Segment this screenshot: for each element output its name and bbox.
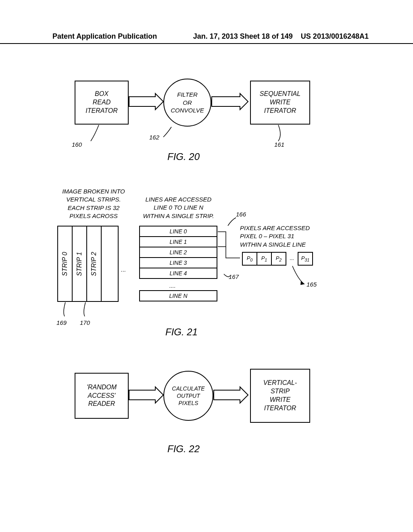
svg-marker-3 (129, 387, 163, 403)
fig20-box-read-iterator: BOX READ ITERATOR (75, 81, 129, 125)
ref-167: 167 (229, 273, 239, 280)
ref-170: 170 (80, 319, 90, 326)
line-2: LINE 2 (140, 247, 217, 258)
fig21-strips: STRIP 0 STRIP 1 STRIP 2 (57, 226, 119, 302)
lines-dots: .... (169, 282, 176, 290)
ref-160: 160 (72, 141, 82, 148)
fig22-box2-text: VERTICAL- STRIP WRITE ITERATOR (263, 379, 297, 412)
line-4: LINE 4 (140, 268, 217, 278)
svg-marker-0 (129, 94, 163, 110)
fig21-line-n: LINE N (139, 290, 217, 301)
fig22-calculate-output: CALCULATE OUTPUT PIXELS (163, 371, 213, 421)
pixel-0: P0 (242, 252, 257, 266)
header-right: US 2013/0016248A1 (301, 32, 369, 41)
fig22-vstrip-write-iterator: VERTICAL- STRIP WRITE ITERATOR (250, 369, 310, 423)
line-n: LINE N (140, 291, 217, 301)
fig20-seq-write-iterator: SEQUENTIAL WRITE ITERATOR (250, 81, 310, 125)
fig22-random-access-reader: 'RANDOM ACCESS' READER (75, 373, 129, 419)
fig20-circle-text: FILTER OR CONVOLVE (171, 91, 204, 114)
fig21-lines-table: LINE 0 LINE 1 LINE 2 LINE 3 LINE 4 (139, 226, 217, 279)
fig20-box1-text: BOX READ ITERATOR (86, 90, 117, 115)
pixel-31: P31 (298, 252, 313, 266)
line-3: LINE 3 (140, 258, 217, 268)
fig21-caption-left: IMAGE BROKEN INTO VERTICAL STRIPS. EACH … (53, 187, 134, 220)
ref-162: 162 (149, 134, 159, 141)
ref-166: 166 (236, 211, 246, 218)
strip-2: STRIP 2 (87, 227, 102, 301)
svg-marker-4 (214, 387, 248, 403)
strips-dots: ... (121, 266, 126, 273)
strip-blank (102, 227, 118, 301)
page-header: Patent Application Publication Jan. 17, … (0, 32, 413, 44)
fig21-label: FIG. 21 (165, 326, 198, 338)
fig21-caption-right: PIXELS ARE ACCESSED PIXEL 0 – PIXEL 31 W… (240, 224, 325, 249)
pixel-gap: ... (286, 252, 298, 264)
fig20-box2-text: SEQUENTIAL WRITE ITERATOR (260, 90, 300, 115)
fig22-label: FIG. 22 (167, 443, 200, 455)
fig20-label: FIG. 20 (167, 151, 200, 162)
fig22-circle-text: CALCULATE OUTPUT PIXELS (172, 385, 204, 407)
svg-marker-1 (212, 94, 248, 110)
pixel-2: P2 (271, 252, 286, 266)
pixel-1: P1 (257, 252, 272, 266)
fig21-pixels: P0 P1 P2 ... P31 (242, 252, 313, 266)
fig22-box1-text: 'RANDOM ACCESS' READER (87, 383, 117, 408)
line-1: LINE 1 (140, 237, 217, 247)
line-0: LINE 0 (140, 227, 217, 237)
ref-161: 161 (274, 141, 284, 148)
header-left: Patent Application Publication (52, 32, 185, 41)
fig21-caption-mid: LINES ARE ACCESSED LINE 0 TO LINE N WITH… (137, 195, 220, 220)
fig20-filter-convolve: FILTER OR CONVOLVE (163, 79, 211, 127)
svg-marker-2 (300, 281, 305, 285)
strip-1: STRIP 1 (73, 227, 87, 301)
ref-165: 165 (307, 281, 317, 288)
fig21-leads (0, 0, 413, 363)
strip-0: STRIP 0 (58, 227, 73, 301)
header-center: Jan. 17, 2013 Sheet 18 of 149 (185, 32, 301, 41)
ref-169: 169 (56, 319, 67, 326)
